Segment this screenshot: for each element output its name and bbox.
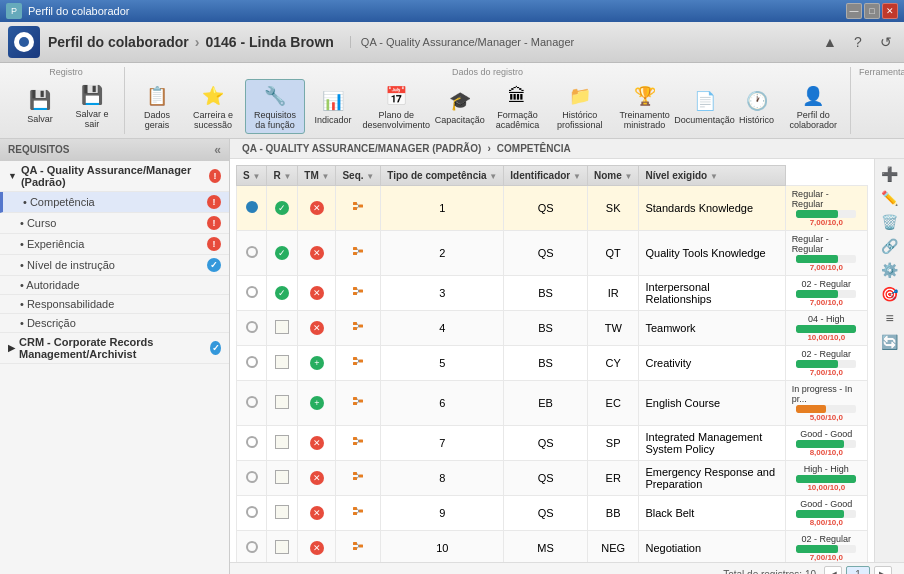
edit-button[interactable]: ✏️ [879,187,901,209]
refresh-button[interactable]: 🔄 [879,331,901,353]
requisitos-icon: 🔧 [261,82,289,110]
radio-unselected[interactable] [246,246,258,258]
cell-s [267,530,298,562]
cell-radio[interactable] [237,495,267,530]
toolbar-capacitacao[interactable]: 🎓 Capacitação [436,85,484,128]
cell-radio[interactable] [237,425,267,460]
table-row[interactable]: ✕ 7 QS SP Integrated Management System P… [237,425,868,460]
cell-tipo: QS [504,425,588,460]
svg-rect-7 [359,249,363,252]
toolbar-plano[interactable]: 📅 Plano de desenvolvimento [361,80,432,133]
toolbar-indicador[interactable]: 📊 Indicador [309,85,357,128]
cell-radio[interactable] [237,310,267,345]
delete-button[interactable]: 🗑️ [879,211,901,233]
cell-id: NEG [587,530,638,562]
toolbar-formacao[interactable]: 🏛 Formação acadêmica [488,80,547,133]
cell-tm [336,530,381,562]
sidebar-item-crm-group[interactable]: ▶ CRM - Corporate Records Management/Arc… [0,333,229,364]
sidebar-item-descricao[interactable]: • Descrição [0,314,229,333]
toolbar-historico-prof[interactable]: 📁 Histórico profissional [551,80,608,133]
radio-unselected[interactable] [246,396,258,408]
toolbar-documentacao[interactable]: 📄 Documentação [681,85,729,128]
cell-nome: Integrated Management System Policy [639,425,785,460]
cell-s [267,380,298,425]
tree-icon [350,539,366,555]
toolbar-salvar[interactable]: 💾 Salvar [16,84,64,127]
col-s[interactable]: S ▼ [237,165,267,185]
toolbar-historico[interactable]: 🕐 Histórico [733,85,781,128]
svg-rect-11 [353,292,357,295]
sidebar-item-nivel[interactable]: • Nível de instrução ✓ [0,255,229,276]
cell-radio[interactable] [237,460,267,495]
svg-line-38 [357,473,359,476]
sidebar-item-qa-group[interactable]: ▼ QA - Quality Assurance/Manager (Padrão… [0,161,229,192]
sidebar-item-autoridade[interactable]: • Autoridade [0,276,229,295]
cell-radio[interactable] [237,230,267,275]
radio-unselected[interactable] [246,356,258,368]
sidebar-item-competencia[interactable]: • Competência ! [0,192,229,213]
col-tipo[interactable]: Tipo de competência ▼ [381,165,504,185]
sidebar-collapse-btn[interactable]: « [214,143,221,157]
sidebar-item-experiencia[interactable]: • Experiência ! [0,234,229,255]
toolbar-requisitos[interactable]: 🔧 Requisitos da função [245,79,305,134]
toolbar-carreira[interactable]: ⭐ Carreira e sucessão [185,80,241,133]
col-nome[interactable]: Nome ▼ [587,165,638,185]
target-button[interactable]: 🎯 [879,283,901,305]
radio-unselected[interactable] [246,286,258,298]
page-prev-btn[interactable]: ◀ [824,566,842,574]
col-nivel[interactable]: Nível exigido ▼ [639,165,785,185]
level-badge: 02 - Regular 7,00/10,0 [792,534,861,562]
radio-unselected[interactable] [246,471,258,483]
close-button[interactable]: ✕ [882,3,898,19]
settings-button[interactable]: ⚙️ [879,259,901,281]
cell-radio[interactable] [237,185,267,230]
col-id[interactable]: Identificador ▼ [504,165,588,185]
table-row[interactable]: + 5 BS CY Creativity 02 - Regular 7,00/1… [237,345,868,380]
cell-radio[interactable] [237,275,267,310]
radio-unselected[interactable] [246,321,258,333]
minimize-button[interactable]: — [846,3,862,19]
table-row[interactable]: ✕ 8 QS ER Emergency Response and Prepara… [237,460,868,495]
table-row[interactable]: ✕ 4 BS TW Teamwork 04 - High 10,00/10,0 [237,310,868,345]
cell-radio[interactable] [237,345,267,380]
radio-selected[interactable] [246,201,258,213]
refresh-button[interactable]: ↺ [876,32,896,52]
list-button[interactable]: ≡ [879,307,901,329]
svg-rect-47 [359,544,363,547]
cell-seq: 9 [381,495,504,530]
col-tm[interactable]: TM ▼ [298,165,336,185]
radio-unselected[interactable] [246,541,258,553]
page-next-btn[interactable]: ▶ [874,566,892,574]
cell-radio[interactable] [237,380,267,425]
svg-rect-46 [353,547,357,550]
sidebar-item-responsabilidade[interactable]: • Responsabilidade [0,295,229,314]
table-row[interactable]: ✕ 10 MS NEG Negotiation 02 - Regular 7,0… [237,530,868,562]
historico-prof-icon: 📁 [566,82,594,110]
table-footer: Total de registros: 10 ◀ 1 ▶ [230,562,904,574]
r-plus-icon: + [310,396,324,410]
maximize-button[interactable]: □ [864,3,880,19]
table-row[interactable]: ✓ ✕ 3 BS IR Interpersonal Relationships … [237,275,868,310]
col-seq[interactable]: Seq. ▼ [336,165,381,185]
svg-rect-45 [353,542,357,545]
toolbar-perfil[interactable]: 👤 Perfil do colaborador [785,80,842,133]
toolbar-treinamento[interactable]: 🏆 Treinamento ministrado [613,80,677,133]
sidebar-item-curso[interactable]: • Curso ! [0,213,229,234]
radio-unselected[interactable] [246,436,258,448]
toolbar-dados-gerais[interactable]: 📋 Dados gerais [133,80,181,133]
table-row[interactable]: ✓ ✕ 2 QS QT Quality Tools Knowledge Regu… [237,230,868,275]
cell-id: SK [587,185,638,230]
radio-unselected[interactable] [246,506,258,518]
add-button[interactable]: ➕ [879,163,901,185]
col-r[interactable]: R ▼ [267,165,298,185]
table-row[interactable]: ✕ 9 QS BB Black Belt Good - Good 8,00/10… [237,495,868,530]
toolbar-salvar-sair[interactable]: 💾 Salvar e sair [68,79,116,132]
table-row[interactable]: ✓ ✕ 1 QS SK Standards Knowledge Regular … [237,185,868,230]
link-button[interactable]: 🔗 [879,235,901,257]
level-badge: Regular - Regular 7,00/10,0 [792,234,861,272]
table-row[interactable]: + 6 EB EC English Course In progress - I… [237,380,868,425]
capacitacao-icon: 🎓 [446,87,474,115]
cell-radio[interactable] [237,530,267,562]
nav-up-button[interactable]: ▲ [820,32,840,52]
help-button[interactable]: ? [848,32,868,52]
